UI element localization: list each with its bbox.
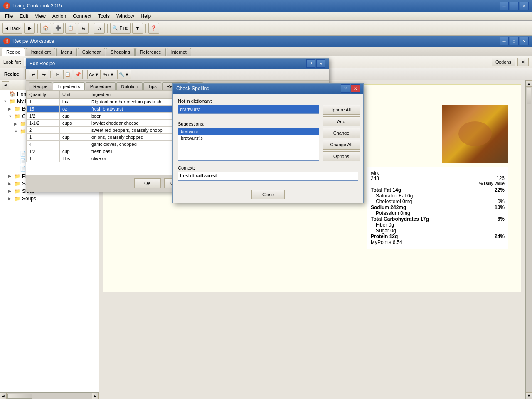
tab-recipe[interactable]: Recipe bbox=[2, 48, 25, 56]
unit-6: cup bbox=[60, 134, 89, 141]
total-fat-row: Total Fat 14g22% bbox=[371, 187, 505, 193]
unit-7 bbox=[60, 141, 89, 148]
dtab-procedure[interactable]: Procedure bbox=[86, 82, 116, 90]
qty-3: 1/2 bbox=[27, 113, 60, 120]
spell-close-btn[interactable]: ✕ bbox=[351, 84, 360, 93]
app-minimize-btn[interactable]: ─ bbox=[500, 2, 509, 10]
forward-btn[interactable]: ▶ bbox=[24, 23, 35, 34]
edit-dialog-close-btn[interactable]: ✕ bbox=[316, 59, 325, 68]
menu-file[interactable]: File bbox=[2, 12, 16, 20]
ignore-all-btn[interactable]: Ignore All bbox=[323, 105, 360, 115]
dtab-ingredients[interactable]: Ingredients bbox=[53, 82, 84, 90]
expander-pastas: ▼ bbox=[14, 129, 18, 133]
find-btn[interactable]: 🔍 Find bbox=[110, 23, 130, 34]
food-image bbox=[442, 105, 508, 163]
dtb-sep2 bbox=[85, 71, 85, 78]
dtb-paste-btn[interactable]: 📌 bbox=[74, 70, 83, 79]
mypoints-row: MyPoints 6.54 bbox=[371, 239, 505, 245]
unit-3: cup bbox=[60, 113, 89, 120]
qty-9: 1 bbox=[27, 155, 60, 162]
menu-window[interactable]: Window bbox=[113, 12, 138, 20]
dtb-copy-btn[interactable]: 📋 bbox=[63, 70, 72, 79]
qty-7: 4 bbox=[27, 141, 60, 148]
folder-sauces-icon: 📁 bbox=[14, 181, 20, 187]
unit-1: lbs bbox=[60, 99, 89, 106]
filter-btn[interactable]: ▼ bbox=[132, 23, 143, 34]
title-bar: 🍴 Living Cookbook 2015 ─ □ ✕ bbox=[0, 0, 532, 12]
context-label: Context: bbox=[178, 165, 358, 170]
suggestions-list[interactable]: bratwurst bratwurst's bbox=[178, 128, 319, 161]
vscroll-thumb[interactable] bbox=[527, 88, 531, 104]
menu-connect[interactable]: Connect bbox=[69, 12, 95, 20]
tree-collapse-btn[interactable]: ◄ bbox=[2, 81, 9, 89]
spell-main-row: Suggestions: bratwurst bratwurst's Ignor… bbox=[178, 105, 358, 161]
spell-dialog-title: Check Spelling bbox=[176, 86, 209, 91]
spell-options-btn[interactable]: Options bbox=[323, 151, 360, 161]
hscroll-thumb[interactable] bbox=[7, 394, 32, 399]
dtab-nutrition[interactable]: Nutrition bbox=[116, 82, 143, 90]
nutrition-panel: rving 248 126 % Daily Value Total Fat 14… bbox=[367, 167, 508, 249]
hscroll-left-btn[interactable]: ◄ bbox=[0, 393, 7, 399]
menu-help[interactable]: Help bbox=[138, 12, 155, 20]
menu-action[interactable]: Action bbox=[49, 12, 69, 20]
menu-tools[interactable]: Tools bbox=[95, 12, 113, 20]
home-btn[interactable]: 🏠 bbox=[40, 23, 51, 34]
add-btn[interactable]: ➕ bbox=[53, 23, 64, 34]
search-close-btn[interactable]: ✕ bbox=[517, 58, 529, 66]
doc-turkey-icon: 📄 bbox=[20, 151, 26, 157]
print-btn[interactable]: 🖨 bbox=[78, 23, 89, 34]
vscroll-up-btn[interactable]: ▲ bbox=[526, 80, 532, 87]
menu-view[interactable]: View bbox=[32, 12, 49, 20]
font-btn[interactable]: A bbox=[94, 23, 105, 34]
suggestion-1[interactable]: bratwurst bbox=[178, 128, 319, 135]
tree-item-soups[interactable]: ▶ 📁 Soups bbox=[0, 195, 99, 202]
change-all-btn[interactable]: Change All bbox=[323, 140, 360, 150]
dtb-undo-btn[interactable]: ↩ bbox=[29, 70, 38, 79]
dtb-sep1 bbox=[50, 71, 51, 78]
context-text: fresh bbox=[180, 173, 192, 179]
change-btn[interactable]: Change bbox=[323, 128, 360, 138]
dtb-redo-btn[interactable]: ↪ bbox=[39, 70, 48, 79]
dtab-recipe[interactable]: Recipe bbox=[29, 82, 52, 90]
tab-reference[interactable]: Reference bbox=[135, 48, 166, 56]
vscroll-down-btn[interactable]: ▼ bbox=[526, 392, 532, 399]
tab-menu[interactable]: Menu bbox=[56, 48, 77, 56]
dtb-font-btn[interactable]: Aa▼ bbox=[87, 70, 101, 79]
inner-minimize-btn[interactable]: ─ bbox=[500, 37, 509, 45]
app-close-btn[interactable]: ✕ bbox=[520, 2, 529, 10]
inner-close-btn[interactable]: ✕ bbox=[520, 37, 529, 45]
edit-dialog-help-btn[interactable]: ? bbox=[306, 59, 315, 68]
add-btn[interactable]: Add bbox=[323, 116, 360, 126]
rtb-sep-1 bbox=[23, 70, 23, 78]
check-spelling-dialog: Check Spelling ? ✕ Not in dictionary: Su… bbox=[172, 83, 364, 203]
inner-maximize-btn[interactable]: □ bbox=[510, 37, 519, 45]
spell-help-btn[interactable]: ? bbox=[341, 84, 350, 93]
misspelled-word-input[interactable] bbox=[178, 105, 319, 114]
menu-edit[interactable]: Edit bbox=[16, 12, 32, 20]
folder-comfortfood-icon: 📁 bbox=[14, 113, 20, 119]
tab-calendar[interactable]: Calendar bbox=[78, 48, 106, 56]
dtab-tips[interactable]: Tips bbox=[143, 82, 161, 90]
back-btn[interactable]: ◄ Back bbox=[2, 23, 22, 34]
unit-4: cups bbox=[60, 120, 89, 127]
dtb-tools2-btn[interactable]: 🔧▼ bbox=[117, 70, 131, 79]
ok-btn[interactable]: OK bbox=[134, 178, 161, 188]
spell-close-btn2[interactable]: Close bbox=[251, 190, 285, 200]
dtb-cut-btn[interactable]: ✂ bbox=[53, 70, 62, 79]
options-btn[interactable]: Options bbox=[492, 58, 515, 66]
toolbar-sep-3 bbox=[107, 24, 108, 33]
help-btn[interactable]: ❓ bbox=[148, 23, 159, 34]
spell-dialog-titlebar: Check Spelling ? ✕ bbox=[173, 84, 363, 94]
dtb-scale-btn[interactable]: ¼↕▼ bbox=[102, 70, 116, 79]
daily-value-label: % Daily Value bbox=[479, 181, 505, 186]
tab-ingredient[interactable]: Ingredient bbox=[26, 48, 55, 56]
list-btn[interactable]: 📋 bbox=[65, 23, 76, 34]
toolbar-sep-2 bbox=[91, 24, 91, 33]
app-maximize-btn[interactable]: □ bbox=[510, 2, 519, 10]
tab-internet[interactable]: Internet bbox=[167, 48, 191, 56]
home-icon: 🏠 bbox=[9, 91, 15, 97]
tab-shopping[interactable]: Shopping bbox=[106, 48, 135, 56]
app-tab-bar: Recipe Ingredient Menu Calendar Shopping… bbox=[0, 47, 532, 56]
suggestion-2[interactable]: bratwurst's bbox=[178, 135, 319, 141]
hscroll-right-btn[interactable]: ► bbox=[92, 393, 99, 399]
